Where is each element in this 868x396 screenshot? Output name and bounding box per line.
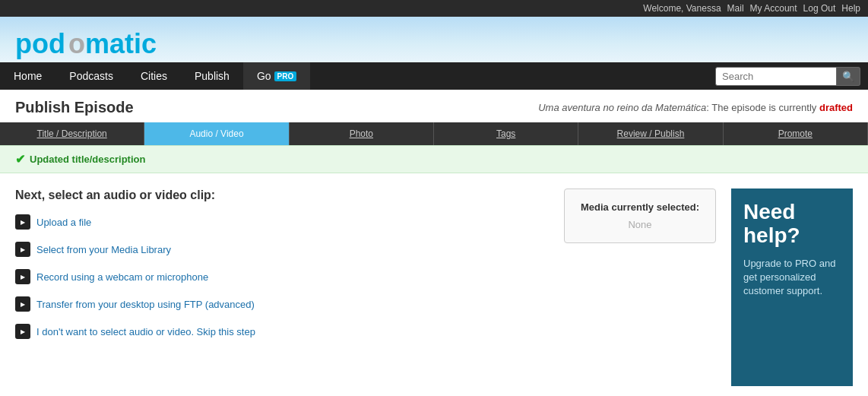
ftp-link[interactable]: Transfer from your desktop using FTP (ad… xyxy=(36,299,255,310)
search-button[interactable]: 🔍 xyxy=(837,67,860,86)
page-header: Publish Episode Uma aventura no reino da… xyxy=(0,90,868,122)
step-review-publish[interactable]: Review / Publish xyxy=(578,122,723,145)
step-audio-video[interactable]: Audio / Video xyxy=(144,122,289,145)
svg-text:o: o xyxy=(68,28,85,59)
media-library-icon xyxy=(15,242,30,257)
skip-link[interactable]: I don't want to select audio or video. S… xyxy=(36,326,255,337)
step-tags-link[interactable]: Tags xyxy=(496,128,515,139)
step-audio-video-label: Audio / Video xyxy=(189,128,243,139)
logo: pod o matic xyxy=(15,24,167,62)
media-box-title: Media currently selected: xyxy=(577,201,703,213)
nav-cities[interactable]: Cities xyxy=(127,62,181,90)
my-account-link[interactable]: My Account xyxy=(750,3,797,14)
help-box: Need help? Upgrade to PRO and get person… xyxy=(731,188,853,386)
gopro-label: Go xyxy=(257,70,271,82)
ftp-icon xyxy=(15,296,30,312)
help-desc: Upgrade to PRO and get personalized cust… xyxy=(743,257,841,299)
nav-publish[interactable]: Publish xyxy=(181,62,243,90)
page-title: Publish Episode xyxy=(15,99,134,116)
upload-link[interactable]: Upload a file xyxy=(36,217,91,228)
left-col: Next, select an audio or video clip: Upl… xyxy=(15,188,549,386)
nav-podcasts[interactable]: Podcasts xyxy=(55,62,127,90)
mail-link[interactable]: Mail xyxy=(727,3,744,14)
search-area: 🔍 xyxy=(715,67,868,86)
top-bar: Welcome, Vanessa Mail My Account Log Out… xyxy=(0,0,868,17)
option-ftp[interactable]: Transfer from your desktop using FTP (ad… xyxy=(15,296,549,312)
draft-text: The episode is currently xyxy=(711,102,819,113)
nav-gopro[interactable]: Go PRO xyxy=(243,62,310,90)
step-photo[interactable]: Photo xyxy=(290,122,434,145)
webcam-link[interactable]: Record using a webcam or microphone xyxy=(36,271,208,283)
step-title-desc[interactable]: Title / Description xyxy=(0,122,144,145)
option-webcam[interactable]: Record using a webcam or microphone xyxy=(15,269,549,284)
option-skip[interactable]: I don't want to select audio or video. S… xyxy=(15,324,549,339)
help-link[interactable]: Help xyxy=(841,3,860,14)
nav-items: Home Podcasts Cities Publish Go PRO xyxy=(0,62,310,90)
draft-notice: Uma aventura no reino da Matemática: The… xyxy=(538,102,853,113)
option-upload[interactable]: Upload a file xyxy=(15,214,549,230)
step-review-publish-link[interactable]: Review / Publish xyxy=(617,128,685,139)
steps-nav: Title / Description Audio / Video Photo … xyxy=(0,122,868,145)
step-tags[interactable]: Tags xyxy=(434,122,578,145)
step-promote[interactable]: Promote xyxy=(724,122,868,145)
media-box: Media currently selected: None xyxy=(564,188,716,243)
header: pod o matic xyxy=(0,17,868,62)
step-promote-link[interactable]: Promote xyxy=(778,128,813,139)
help-title: Need help? xyxy=(743,201,841,248)
svg-text:pod: pod xyxy=(15,28,65,59)
select-title: Next, select an audio or video clip: xyxy=(15,188,549,202)
svg-text:matic: matic xyxy=(85,28,157,59)
option-media-library[interactable]: Select from your Media Library xyxy=(15,242,549,257)
logo-svg: pod o matic xyxy=(15,24,167,62)
drafted-status: drafted xyxy=(819,102,853,113)
podcast-name: Uma aventura no reino da Matemática xyxy=(538,102,706,113)
success-message: Updated title/description xyxy=(30,154,145,165)
upload-icon xyxy=(15,214,30,230)
media-box-value: None xyxy=(577,219,703,230)
pro-badge: PRO xyxy=(274,71,297,81)
step-title-desc-link[interactable]: Title / Description xyxy=(37,128,107,139)
search-input[interactable] xyxy=(715,67,837,86)
success-bar: ✔ Updated title/description xyxy=(0,145,868,173)
webcam-icon xyxy=(15,269,30,284)
nav-home[interactable]: Home xyxy=(0,62,55,90)
welcome-text: Welcome, Vanessa xyxy=(643,3,721,14)
check-icon: ✔ xyxy=(15,152,25,166)
media-library-link[interactable]: Select from your Media Library xyxy=(36,244,171,255)
skip-icon xyxy=(15,324,30,339)
logout-link[interactable]: Log Out xyxy=(803,3,836,14)
step-photo-link[interactable]: Photo xyxy=(350,128,373,139)
content: Publish Episode Uma aventura no reino da… xyxy=(0,90,868,396)
nav-bar: Home Podcasts Cities Publish Go PRO 🔍 xyxy=(0,62,868,90)
main-content: Next, select an audio or video clip: Upl… xyxy=(0,173,868,396)
